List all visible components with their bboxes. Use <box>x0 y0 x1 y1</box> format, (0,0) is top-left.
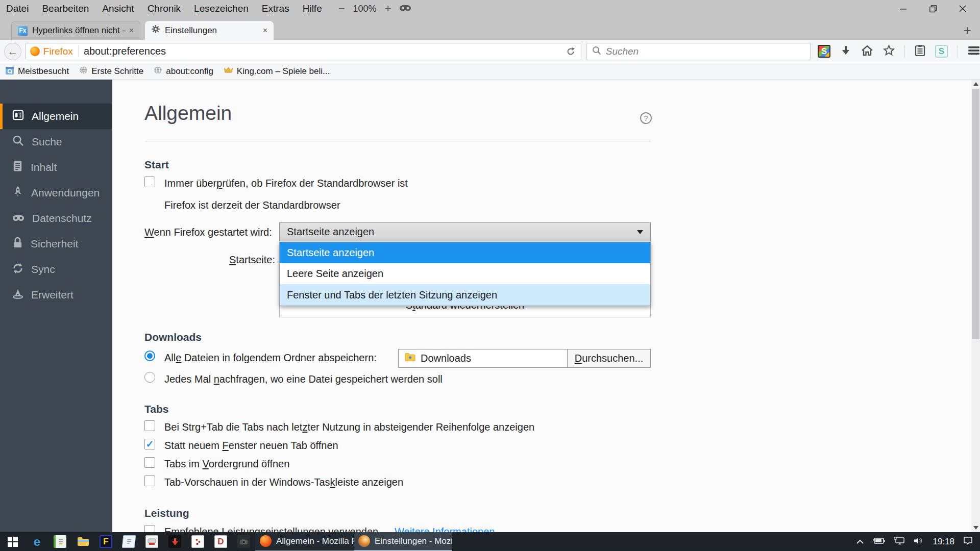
menu-datei[interactable]: Datei <box>6 3 29 14</box>
browse-button[interactable]: Durchsuchen... <box>567 349 651 368</box>
bookmark-meistbesucht[interactable]: Meistbesucht <box>5 66 69 78</box>
always-ask-radio[interactable] <box>144 372 155 383</box>
menu-bearbeiten[interactable]: Bearbeiten <box>42 3 89 14</box>
identity-badge[interactable]: Firefox <box>30 46 79 57</box>
help-icon[interactable]: ? <box>640 112 652 124</box>
dropdown-option-letzte-sitzung[interactable]: Fenster und Tabs der letzten Sitzung anz… <box>280 284 650 306</box>
close-window-button[interactable] <box>958 4 968 14</box>
taskbar-scanner-icon[interactable] <box>140 532 163 551</box>
crown-icon <box>224 66 233 77</box>
action-center-icon[interactable] <box>963 536 973 547</box>
tab-strip: Fx Hyperlinks öffnen nicht - × Einstellu… <box>0 17 980 40</box>
sidebar-item-sicherheit[interactable]: Sicherheit <box>0 231 112 257</box>
sidebar-item-suche[interactable]: Suche <box>0 129 112 155</box>
download-folder-field[interactable]: Downloads <box>398 349 568 368</box>
taskbar-edge-icon[interactable]: e <box>26 532 48 551</box>
volume-icon[interactable] <box>914 537 924 547</box>
tray-chevron-up-icon[interactable] <box>856 537 864 546</box>
scroll-down-arrow[interactable] <box>971 523 980 532</box>
dropdown-option-leere-seite[interactable]: Leere Seite anzeigen <box>280 263 650 284</box>
restore-default-button[interactable]: Standard wiederherstellen <box>279 306 651 317</box>
sidebar-item-allgemein[interactable]: Allgemein <box>0 104 112 129</box>
bookmark-erste-schritte[interactable]: Erste Schritte <box>79 66 143 77</box>
search-icon <box>12 135 24 149</box>
performance-label[interactable]: Empfohlene Leistungseinstellungen verwen… <box>164 526 378 532</box>
ctrl-tab-label[interactable]: Bei Strg+Tab die Tabs nach letzter Nutzu… <box>164 421 534 433</box>
bookmark-king-com[interactable]: King.com – Spiele beli... <box>224 66 330 77</box>
sidebar-item-datenschutz[interactable]: Datenschutz <box>0 206 112 231</box>
default-browser-checkbox[interactable] <box>144 177 155 187</box>
sidebar-item-inhalt[interactable]: Inhalt <box>0 155 112 180</box>
tab-einstellungen[interactable]: Einstellungen × <box>145 21 274 40</box>
foreground-tabs-label[interactable]: Tabs im Vordergrund öffnen <box>164 458 289 470</box>
ctrl-tab-checkbox[interactable] <box>144 420 155 431</box>
start-button[interactable] <box>0 532 26 551</box>
open-tab-instead-checkbox[interactable]: ✓ <box>144 439 155 449</box>
mask-extension-icon[interactable] <box>399 4 411 14</box>
save-to-folder-radio[interactable] <box>144 350 155 361</box>
back-button[interactable]: ← <box>4 43 21 60</box>
scrollbar-thumb[interactable] <box>972 89 979 339</box>
reload-icon[interactable] <box>566 46 576 57</box>
homepage-label: Startseite: <box>229 254 275 266</box>
menu-lesezeichen[interactable]: Lesezeichen <box>194 3 249 14</box>
default-browser-label[interactable]: Immer überprüfen, ob Firefox der Standar… <box>164 178 408 189</box>
library-clipboard-icon[interactable] <box>915 44 925 59</box>
firefox-logo-icon <box>30 46 40 56</box>
scroll-up-arrow[interactable] <box>971 80 980 88</box>
tab-close-icon[interactable]: × <box>263 26 267 35</box>
tab-close-icon[interactable]: × <box>129 26 134 35</box>
sidebar-item-sync[interactable]: Sync <box>0 257 112 282</box>
taskbar-d-app-icon[interactable]: D <box>209 532 232 551</box>
zoom-in-button[interactable]: + <box>385 2 391 15</box>
performance-checkbox[interactable] <box>144 525 155 532</box>
bookmark-about-config[interactable]: about:config <box>154 66 213 77</box>
bookmark-label: about:config <box>166 66 213 77</box>
battery-icon[interactable] <box>873 537 885 546</box>
taskbar-f-app-icon[interactable]: F <box>94 532 117 551</box>
menu-ansicht[interactable]: Ansicht <box>102 3 134 14</box>
save-to-folder-label[interactable]: Alle Dateien in folgendem Ordner abspeic… <box>164 352 377 364</box>
startup-select[interactable]: Startseite anzeigen <box>279 222 651 241</box>
sidebar-item-erweitert[interactable]: Erweitert <box>0 282 112 308</box>
taskbar-explorer-icon[interactable] <box>71 532 94 551</box>
bookmark-star-icon[interactable] <box>883 44 895 58</box>
sidebar-item-anwendungen[interactable]: Anwendungen <box>0 180 112 206</box>
downloads-icon[interactable] <box>840 45 851 58</box>
dropdown-option-startseite[interactable]: Startseite anzeigen <box>280 242 650 263</box>
performance-learn-more-link[interactable]: Weitere Informationen <box>395 526 495 532</box>
menu-chronik[interactable]: Chronik <box>148 3 181 14</box>
taskbar-notepad-icon[interactable] <box>117 532 140 551</box>
network-icon[interactable] <box>894 537 905 547</box>
maximize-button[interactable] <box>928 4 938 14</box>
taskbar-previews-checkbox[interactable] <box>144 475 155 486</box>
globe-icon <box>79 66 88 77</box>
page-title: Allgemein <box>144 102 232 124</box>
zoom-out-button[interactable]: − <box>338 2 345 15</box>
menu-hilfe[interactable]: Hilfe <box>303 3 322 14</box>
taskbar-previews-label[interactable]: Tab-Vorschauen in der Windows-Taskleiste… <box>164 477 403 488</box>
taskbar-download-tool-icon[interactable] <box>163 532 186 551</box>
menu-extras[interactable]: Extras <box>262 3 289 14</box>
new-tab-button[interactable]: + <box>960 22 975 38</box>
taskbar-window-allgemein[interactable]: Allgemein - Mozilla Fi... <box>255 532 354 551</box>
vertical-scrollbar[interactable] <box>971 80 980 532</box>
chevron-down-icon <box>637 230 643 234</box>
foreground-tabs-checkbox[interactable] <box>144 457 155 468</box>
extension-s-teal-icon[interactable]: S <box>935 45 948 58</box>
minimize-button[interactable] <box>898 4 909 14</box>
always-ask-label[interactable]: Jedes Mal nachfragen, wo eine Datei gesp… <box>164 373 443 385</box>
taskbar-cards-icon[interactable] <box>186 532 209 551</box>
url-bar[interactable]: Firefox about:preferences <box>26 43 581 60</box>
tab-hyperlinks[interactable]: Fx Hyperlinks öffnen nicht - × <box>11 21 140 40</box>
open-tab-instead-label[interactable]: Statt neuem Fenster neuen Tab öffnen <box>164 440 338 452</box>
search-bar[interactable]: Suchen <box>586 43 811 60</box>
taskbar-camera-icon[interactable] <box>232 532 255 551</box>
taskbar-notes-icon[interactable] <box>48 532 71 551</box>
url-text[interactable]: about:preferences <box>84 45 566 57</box>
home-icon[interactable] <box>861 45 873 58</box>
taskbar-window-einstellungen[interactable]: Einstellungen - Mozill... <box>354 532 452 551</box>
extension-s-color-icon[interactable]: S <box>818 45 830 58</box>
clock[interactable]: 19:18 <box>933 537 954 547</box>
hamburger-menu-icon[interactable] <box>968 45 980 58</box>
